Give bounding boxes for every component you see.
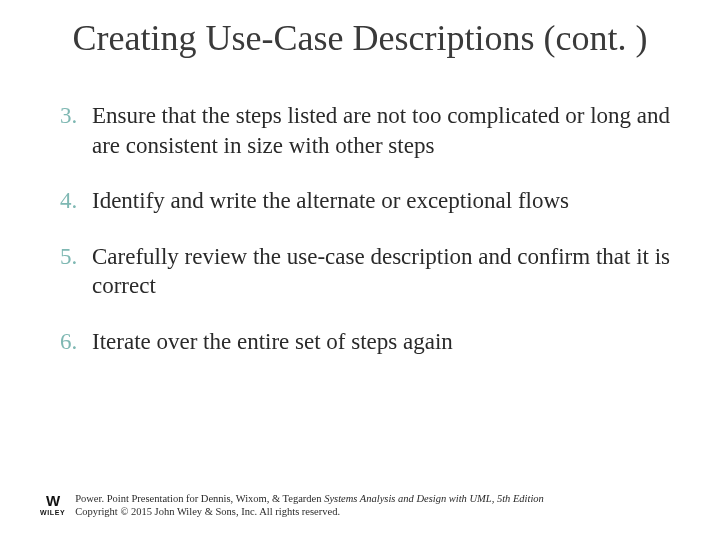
step-item: 6. Iterate over the entire set of steps … [68,327,680,356]
step-text: Identify and write the alternate or exce… [92,188,569,213]
footer-text: Power. Point Presentation for Dennis, Wi… [75,492,544,518]
step-number: 4. [60,186,77,215]
steps-list: 3. Ensure that the steps listed are not … [40,101,680,356]
step-item: 3. Ensure that the steps listed are not … [68,101,680,160]
footer-prefix: Power. Point Presentation for Dennis, Wi… [75,493,324,504]
step-number: 3. [60,101,77,130]
slide-title: Creating Use-Case Descriptions (cont. ) [40,18,680,59]
step-text: Ensure that the steps listed are not too… [92,103,670,157]
wiley-logo-text: WILEY [40,509,65,516]
wiley-logo-icon: W [46,493,59,508]
footer: W WILEY Power. Point Presentation for De… [40,492,544,518]
slide: Creating Use-Case Descriptions (cont. ) … [0,0,720,540]
footer-line-1: Power. Point Presentation for Dennis, Wi… [75,492,544,505]
step-number: 5. [60,242,77,271]
step-number: 6. [60,327,77,356]
step-text: Iterate over the entire set of steps aga… [92,329,453,354]
footer-book-title: Systems Analysis and Design with UML, 5t… [324,493,544,504]
publisher-logo: W WILEY [40,493,65,516]
step-item: 4. Identify and write the alternate or e… [68,186,680,215]
footer-line-2: Copyright © 2015 John Wiley & Sons, Inc.… [75,505,544,518]
step-text: Carefully review the use-case descriptio… [92,244,670,298]
step-item: 5. Carefully review the use-case descrip… [68,242,680,301]
